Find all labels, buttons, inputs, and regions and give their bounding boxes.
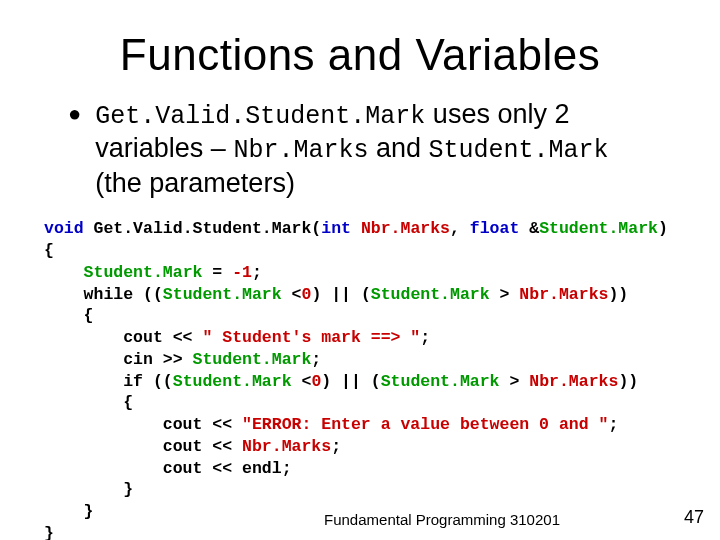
slide-title: Functions and Variables [40, 30, 680, 80]
keyword: float [470, 219, 520, 238]
code-text: cin >> [44, 350, 193, 369]
code-text: < [282, 285, 302, 304]
code-text: if (( [44, 372, 173, 391]
code-text: ) || ( [311, 285, 370, 304]
var: Student.Mark [163, 285, 282, 304]
code-text: } [44, 524, 54, 540]
code-text: ; [331, 437, 341, 456]
code-text: ; [608, 415, 618, 434]
code-text: cout << [44, 328, 202, 347]
code-text: = [202, 263, 232, 282]
code-text: ) || ( [321, 372, 380, 391]
code-block: void Get.Valid.Student.Mark(int Nbr.Mark… [44, 218, 680, 540]
code-text: cout << [44, 437, 242, 456]
text: and [368, 133, 428, 163]
text: (the parameters) [95, 168, 295, 198]
var: Nbr.Marks [529, 372, 618, 391]
code-text: cout << [44, 415, 242, 434]
var: Student.Mark [193, 350, 312, 369]
code-text: ; [420, 328, 430, 347]
code-inline: Student.Mark [428, 136, 608, 165]
var: Student.Mark [539, 219, 658, 238]
code-inline: Get.Valid.Student.Mark [95, 102, 425, 131]
keyword: void [44, 219, 84, 238]
bullet-marker: ● [68, 98, 81, 130]
code-text: { [44, 393, 133, 412]
code-text: )) [618, 372, 638, 391]
number: -1 [232, 263, 252, 282]
code-text: ; [311, 350, 321, 369]
bullet-text: Get.Valid.Student.Mark uses only 2 varia… [95, 98, 652, 200]
code-text: ; [252, 263, 262, 282]
var: Student.Mark [371, 285, 490, 304]
code-text: { [44, 241, 54, 260]
number: 0 [311, 372, 321, 391]
page-number: 47 [684, 507, 704, 528]
var: Student.Mark [173, 372, 292, 391]
code-text: while (( [44, 285, 163, 304]
code-text: > [490, 285, 520, 304]
code-text: Get.Valid.Student.Mark( [84, 219, 322, 238]
string-literal: " Student's mark ==> " [202, 328, 420, 347]
bullet-item: ● Get.Valid.Student.Mark uses only 2 var… [68, 98, 652, 200]
code-inline: Nbr.Marks [233, 136, 368, 165]
var: Nbr.Marks [242, 437, 331, 456]
var: Student.Mark [381, 372, 500, 391]
var: Nbr.Marks [519, 285, 608, 304]
code-text: )) [608, 285, 628, 304]
slide: Functions and Variables ● Get.Valid.Stud… [0, 0, 720, 540]
var: Nbr.Marks [361, 219, 450, 238]
code-text: > [500, 372, 530, 391]
code-text: cout << endl; [44, 459, 292, 478]
number: 0 [301, 285, 311, 304]
keyword: int [321, 219, 351, 238]
var: Student.Mark [84, 263, 203, 282]
string-literal: "ERROR: Enter a value between 0 and " [242, 415, 608, 434]
footer-text: Fundamental Programming 310201 [324, 511, 560, 528]
code-text: } [44, 502, 94, 521]
code-text: { [44, 306, 94, 325]
code-text: } [44, 480, 133, 499]
code-text: < [292, 372, 312, 391]
